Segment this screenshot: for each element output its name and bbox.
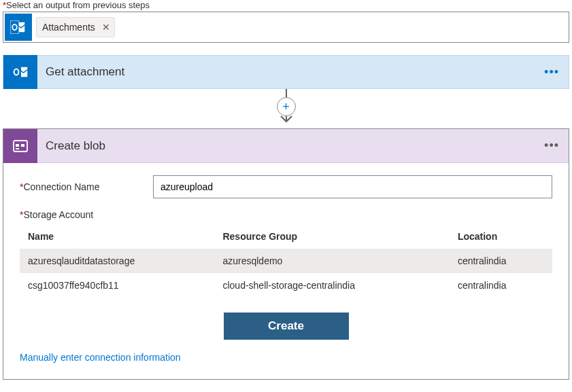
- more-menu-icon[interactable]: •••: [535, 65, 569, 79]
- connection-name-input[interactable]: [153, 175, 552, 198]
- create-blob-header[interactable]: Create blob •••: [3, 129, 569, 163]
- output-select-token-box[interactable]: Attachments ✕: [3, 12, 569, 43]
- storage-account-label: *Storage Account: [20, 209, 552, 220]
- more-menu-icon[interactable]: •••: [535, 139, 569, 153]
- svg-rect-16: [16, 148, 19, 149]
- get-attachment-title: Get attachment: [37, 65, 535, 79]
- col-name: Name: [20, 224, 214, 249]
- create-blob-body: *Connection Name *Storage Account Name R…: [3, 163, 569, 379]
- svg-rect-14: [16, 144, 19, 147]
- connection-name-label: *Connection Name: [20, 181, 153, 192]
- create-blob-title: Create blob: [37, 139, 535, 153]
- outlook-icon: [3, 55, 37, 89]
- blob-storage-icon: [3, 129, 37, 163]
- svg-rect-15: [21, 144, 24, 147]
- attachments-token[interactable]: Attachments ✕: [36, 17, 115, 37]
- attachments-token-label: Attachments: [42, 22, 95, 33]
- cell-loc: centralindia: [450, 249, 552, 273]
- table-row[interactable]: csg10037ffe940cfb11 cloud-shell-storage-…: [20, 273, 552, 298]
- create-button[interactable]: Create: [224, 313, 349, 340]
- cell-rg: cloud-shell-storage-centralindia: [214, 273, 449, 298]
- col-resource-group: Resource Group: [214, 224, 449, 249]
- cell-name: csg10037ffe940cfb11: [20, 273, 214, 298]
- table-row[interactable]: azuresqlauditdatastorage azuresqldemo ce…: [20, 249, 552, 273]
- output-select-label: *Select an output from previous steps: [3, 0, 569, 10]
- connection-name-row: *Connection Name: [20, 175, 552, 198]
- cell-name: azuresqlauditdatastorage: [20, 249, 214, 273]
- storage-account-table: Name Resource Group Location azuresqlaud…: [20, 224, 552, 298]
- svg-rect-4: [11, 21, 19, 34]
- remove-token-icon[interactable]: ✕: [102, 22, 110, 33]
- create-blob-card: Create blob ••• *Connection Name *Storag…: [3, 128, 569, 380]
- get-attachment-card[interactable]: Get attachment •••: [3, 55, 569, 89]
- connector: +: [3, 89, 569, 128]
- add-step-button[interactable]: +: [277, 97, 296, 116]
- cell-rg: azuresqldemo: [214, 249, 449, 273]
- col-location: Location: [450, 224, 552, 249]
- manual-connection-link[interactable]: Manually enter connection information: [20, 352, 552, 363]
- plus-icon: +: [282, 100, 290, 114]
- cell-loc: centralindia: [450, 273, 552, 298]
- outlook-icon: [5, 14, 32, 41]
